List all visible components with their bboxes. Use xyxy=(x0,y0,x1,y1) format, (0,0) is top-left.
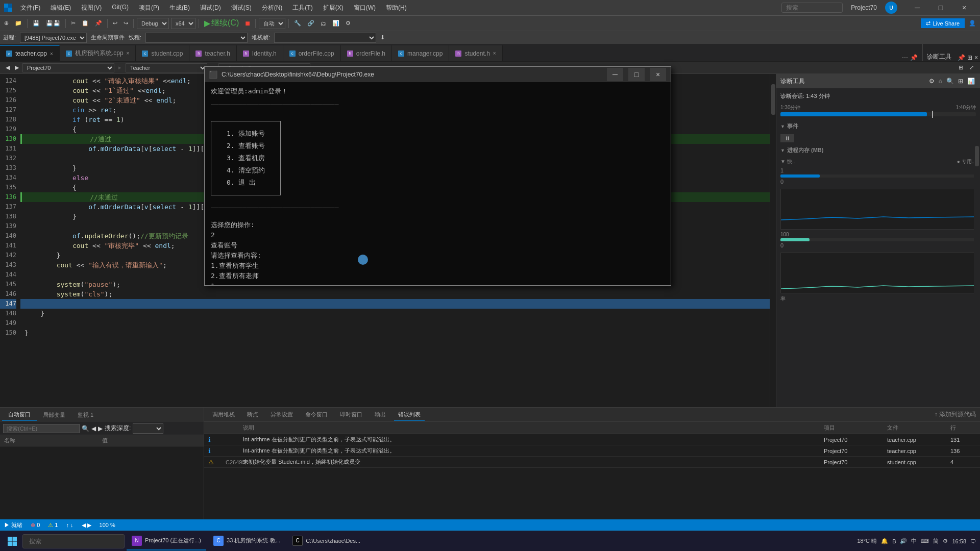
toolbar-misc5[interactable]: ⚙ xyxy=(344,19,353,28)
toolbar-user[interactable]: 👤 xyxy=(967,19,978,28)
expand-btn[interactable]: ⤢ xyxy=(967,64,976,71)
tab-orderfile-h[interactable]: h orderFile.h xyxy=(341,45,392,61)
bluetooth-icon[interactable]: B xyxy=(892,538,896,544)
tab-teacher-cpp[interactable]: c teacher.cpp × xyxy=(0,45,60,61)
tab-orderfile-cpp[interactable]: c orderFile.cpp xyxy=(283,45,341,61)
menu-debug[interactable]: 调试(D) xyxy=(196,3,225,13)
nav-back-btn[interactable]: ◀ xyxy=(91,425,96,432)
auto-tab-auto[interactable]: 自动窗口 xyxy=(2,409,37,421)
panel-close-btn[interactable]: × xyxy=(974,54,978,61)
title-search-input[interactable] xyxy=(781,3,843,13)
panel-pin-btn[interactable]: 📌 xyxy=(958,54,965,61)
live-share-button[interactable]: ⇄ Live Share xyxy=(921,18,965,28)
console-close[interactable]: × xyxy=(650,68,666,81)
start-button[interactable] xyxy=(4,533,20,549)
minimize-button[interactable]: ─ xyxy=(905,0,929,15)
toolbar-cut[interactable]: ✂ xyxy=(69,19,78,28)
toolbar-misc2[interactable]: 🔗 xyxy=(305,19,316,28)
notification-icon[interactable]: 🗨 xyxy=(970,538,976,544)
toolbar-copy[interactable]: 📋 xyxy=(80,19,91,28)
menu-edit[interactable]: 编辑(E) xyxy=(46,3,75,13)
tab-teacher-h[interactable]: h teacher.h xyxy=(189,45,236,61)
process-select[interactable]: [9488] Project70.exe xyxy=(20,33,87,43)
stack-icon[interactable]: ⬇ xyxy=(380,34,385,41)
play-pause-btn[interactable]: ⏸ xyxy=(780,134,794,142)
project-select[interactable]: Project70 xyxy=(22,63,114,72)
settings-icon[interactable]: ⚙ xyxy=(943,538,948,544)
toolbar-redo[interactable]: ↪ xyxy=(121,19,130,28)
tab-manager-cpp[interactable]: c manager.cpp xyxy=(392,45,449,61)
toolbar-saveall[interactable]: 💾💾 xyxy=(44,19,62,28)
panel-scroll-thumb[interactable] xyxy=(975,146,979,166)
tab-error-list[interactable]: 错误列表 xyxy=(394,409,425,421)
class-select[interactable]: Teacher xyxy=(126,63,207,72)
nav-back[interactable]: ◀ xyxy=(4,64,11,71)
input-method[interactable]: ⌨ xyxy=(921,538,929,544)
toolbar-misc1[interactable]: 🔧 xyxy=(292,19,303,28)
toolbar-undo[interactable]: ↩ xyxy=(111,19,119,28)
tab-close-booking[interactable]: × xyxy=(127,51,130,56)
panel-chart-btn[interactable]: 📊 xyxy=(966,77,976,86)
panel-scrollbar[interactable] xyxy=(974,146,980,295)
tab-identity-h[interactable]: h Identity.h xyxy=(237,45,283,61)
tab-close-teacher[interactable]: × xyxy=(50,51,53,57)
menu-tools[interactable]: 工具(T) xyxy=(288,3,316,13)
depth-select[interactable] xyxy=(133,423,163,434)
volume-icon[interactable]: 🔊 xyxy=(900,538,907,544)
toolbar-misc3[interactable]: 🗂 xyxy=(318,19,328,28)
error-add-btn[interactable]: ↑ 添加到源代码 xyxy=(935,410,976,419)
tab-close-student-h[interactable]: × xyxy=(493,51,496,56)
console-minimize[interactable]: ─ xyxy=(607,68,623,81)
notification-bell[interactable]: 🔔 xyxy=(881,538,888,544)
taskbar-item-vs[interactable]: N Project70 (正在运行...) xyxy=(127,532,206,550)
tab-student-h[interactable]: h student.h × xyxy=(449,45,502,61)
toolbar-paste[interactable]: 📌 xyxy=(93,19,104,28)
scroll-thumb[interactable] xyxy=(771,84,775,115)
auto-tab-watch[interactable]: 监视 1 xyxy=(71,409,100,421)
menu-analyze[interactable]: 分析(N) xyxy=(258,3,287,13)
taskbar-item-console[interactable]: C C:\Users\zhaoc\Des... xyxy=(287,532,365,550)
tab-command[interactable]: 命令窗口 xyxy=(301,409,332,420)
tab-student-cpp[interactable]: c student.cpp xyxy=(136,45,189,61)
menu-view[interactable]: 视图(V) xyxy=(77,3,106,13)
stack-select[interactable] xyxy=(274,33,376,43)
menu-help[interactable]: 帮助(H) xyxy=(382,3,411,13)
tab-exceptions[interactable]: 异常设置 xyxy=(266,409,297,420)
panel-search-btn[interactable]: 🔍 xyxy=(945,77,955,86)
tab-booking-cpp[interactable]: c 机房预约系统.cpp × xyxy=(60,45,136,61)
menu-extensions[interactable]: 扩展(X) xyxy=(319,3,348,13)
search-icon[interactable]: 🔍 xyxy=(82,425,89,432)
panel-zoom-btn[interactable]: ⊞ xyxy=(957,77,964,86)
thread-select[interactable] xyxy=(145,33,248,43)
tab-output[interactable]: 输出 xyxy=(371,409,390,420)
nav-forward-btn[interactable]: ▶ xyxy=(98,425,103,432)
taskbar-search[interactable] xyxy=(22,534,125,548)
debug-config-select[interactable]: Debug xyxy=(137,18,169,29)
close-button[interactable]: × xyxy=(952,0,976,15)
menu-test[interactable]: 测试(S) xyxy=(227,3,256,13)
tabs-pin[interactable]: 📌 xyxy=(910,54,918,61)
panel-float-btn[interactable]: ⊞ xyxy=(967,54,972,61)
continue-button[interactable]: ▶ 继续(C) xyxy=(202,17,241,30)
panel-settings-btn[interactable]: ⚙ xyxy=(928,77,936,86)
split-editor-btn[interactable]: ⊞ xyxy=(957,64,965,71)
stop-button[interactable]: ■ xyxy=(243,18,252,29)
menu-window[interactable]: 窗口(W) xyxy=(350,3,380,13)
tabs-overflow[interactable]: ⋯ xyxy=(902,54,908,61)
taskbar-item-chrome[interactable]: C 33 机房预约系统-教... xyxy=(208,532,285,550)
tab-immediate[interactable]: 即时窗口 xyxy=(336,409,366,420)
console-content[interactable]: 欢迎管理员:admin登录！ _________________________… xyxy=(205,82,671,285)
menu-file[interactable]: 文件(F) xyxy=(16,3,44,13)
error-row-2[interactable]: ℹ Int-arithme 在被分配到更广的类型之前，子表达式可能溢出。 Pro… xyxy=(204,445,980,457)
maximize-button[interactable]: □ xyxy=(929,0,952,15)
panel-home-btn[interactable]: ⌂ xyxy=(938,77,943,86)
user-avatar[interactable]: U xyxy=(885,2,897,14)
tab-callstack[interactable]: 调用堆栈 xyxy=(208,409,239,420)
menu-build[interactable]: 生成(B) xyxy=(165,3,194,13)
network-icon[interactable]: 中 xyxy=(911,537,917,545)
error-row-3[interactable]: ⚠ C26495 未初始化变量 Student::mld，始终初始化成员变 Pr… xyxy=(204,457,980,468)
toolbar-new[interactable]: ⊕ xyxy=(2,19,11,28)
auto-search-input[interactable] xyxy=(3,424,80,433)
toolbar-misc4[interactable]: 📊 xyxy=(330,19,341,28)
auto-tab-local[interactable]: 局部变量 xyxy=(37,409,71,421)
